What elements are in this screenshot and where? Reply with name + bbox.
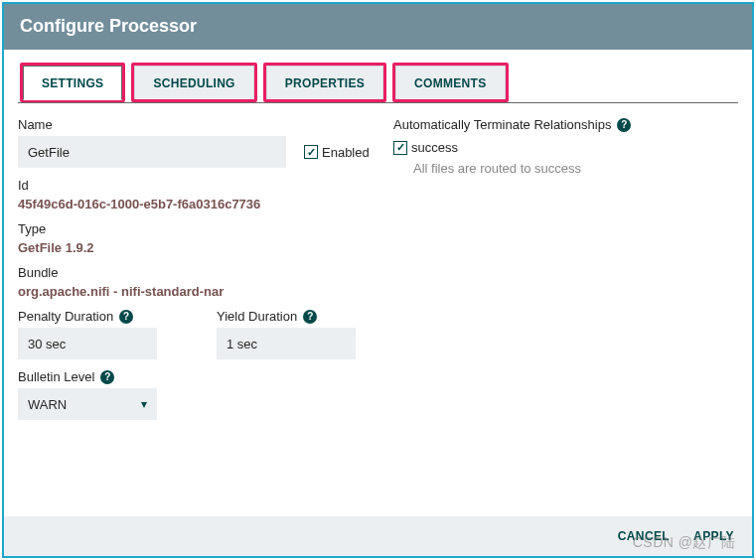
dialog-content: SETTINGS SCHEDULING PROPERTIES COMMENTS … bbox=[4, 50, 752, 516]
configure-processor-dialog: Configure Processor SETTINGS SCHEDULING … bbox=[2, 2, 754, 558]
yield-label-text: Yield Duration bbox=[217, 309, 297, 324]
yield-label: Yield Duration ? bbox=[217, 309, 356, 324]
cancel-button[interactable]: CANCEL bbox=[618, 529, 670, 543]
settings-body: Name ✓ Enabled Id 45f49c6d-016c-1000-e5b… bbox=[18, 103, 738, 430]
auto-terminate-label: Automatically Terminate Relationships ? bbox=[393, 117, 738, 132]
name-input[interactable] bbox=[18, 136, 286, 168]
apply-button[interactable]: APPLY bbox=[693, 529, 734, 543]
dialog-title: Configure Processor bbox=[20, 16, 197, 36]
id-label: Id bbox=[18, 178, 385, 193]
bulletin-select[interactable]: WARN ▾ bbox=[18, 388, 157, 420]
yield-input[interactable] bbox=[217, 328, 356, 359]
dialog-header: Configure Processor bbox=[4, 4, 752, 50]
tab-highlight: SETTINGS bbox=[20, 63, 125, 102]
dialog-footer: CANCEL APPLY bbox=[4, 516, 752, 556]
bundle-label: Bundle bbox=[18, 265, 385, 280]
check-icon: ✓ bbox=[393, 141, 407, 155]
tab-properties[interactable]: PROPERTIES bbox=[266, 66, 383, 99]
help-icon[interactable]: ? bbox=[119, 310, 133, 324]
right-column: Automatically Terminate Relationships ? … bbox=[385, 117, 738, 430]
tab-scheduling[interactable]: SCHEDULING bbox=[134, 66, 253, 99]
type-field: Type GetFile 1.9.2 bbox=[18, 221, 385, 255]
help-icon[interactable]: ? bbox=[100, 370, 114, 384]
bulletin-field: Bulletin Level ? WARN ▾ bbox=[18, 369, 385, 420]
penalty-label-text: Penalty Duration bbox=[18, 309, 113, 324]
id-field: Id 45f49c6d-016c-1000-e5b7-f6a0316c7736 bbox=[18, 178, 385, 211]
name-label: Name bbox=[18, 117, 385, 132]
tab-highlight: SCHEDULING bbox=[131, 63, 256, 102]
tab-highlight: PROPERTIES bbox=[263, 63, 386, 102]
id-value: 45f49c6d-016c-1000-e5b7-f6a0316c7736 bbox=[18, 197, 385, 211]
tab-highlight: COMMENTS bbox=[392, 63, 508, 102]
help-icon[interactable]: ? bbox=[617, 118, 631, 132]
bulletin-label: Bulletin Level ? bbox=[18, 369, 385, 384]
relationship-desc: All files are routed to success bbox=[413, 161, 738, 176]
left-column: Name ✓ Enabled Id 45f49c6d-016c-1000-e5b… bbox=[18, 117, 385, 430]
bundle-value: org.apache.nifi - nifi-standard-nar bbox=[18, 284, 385, 299]
duration-row: Penalty Duration ? Yield Duration ? bbox=[18, 309, 385, 369]
yield-field: Yield Duration ? bbox=[217, 309, 356, 359]
tab-bar: SETTINGS SCHEDULING PROPERTIES COMMENTS bbox=[18, 68, 738, 103]
type-label: Type bbox=[18, 221, 385, 236]
relationship-label: success bbox=[411, 140, 458, 155]
type-value: GetFile 1.9.2 bbox=[18, 240, 385, 255]
auto-terminate-label-text: Automatically Terminate Relationships bbox=[393, 117, 611, 132]
enabled-label: Enabled bbox=[322, 145, 370, 160]
tab-comments[interactable]: COMMENTS bbox=[395, 66, 505, 99]
tab-settings[interactable]: SETTINGS bbox=[23, 66, 122, 100]
penalty-label: Penalty Duration ? bbox=[18, 309, 157, 324]
check-icon: ✓ bbox=[304, 145, 318, 159]
chevron-down-icon: ▾ bbox=[141, 397, 147, 411]
relationship-success[interactable]: ✓ success bbox=[393, 140, 738, 155]
penalty-input[interactable] bbox=[18, 328, 157, 359]
help-icon[interactable]: ? bbox=[303, 310, 317, 324]
bulletin-value: WARN bbox=[28, 397, 67, 412]
enabled-checkbox-wrap[interactable]: ✓ Enabled bbox=[304, 145, 370, 160]
name-row: ✓ Enabled bbox=[18, 136, 385, 168]
bulletin-label-text: Bulletin Level bbox=[18, 369, 94, 384]
name-field: Name ✓ Enabled bbox=[18, 117, 385, 168]
bundle-field: Bundle org.apache.nifi - nifi-standard-n… bbox=[18, 265, 385, 299]
penalty-field: Penalty Duration ? bbox=[18, 309, 157, 359]
